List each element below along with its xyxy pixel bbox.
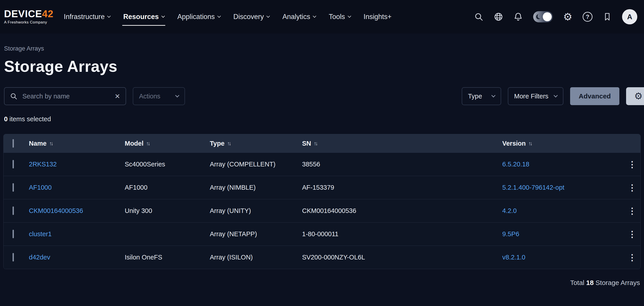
selection-label: items selected <box>10 115 51 123</box>
version-link[interactable]: 9.5P6 <box>502 230 519 238</box>
model-cell: Isilon OneFS <box>125 254 210 261</box>
selection-status: 0 items selected <box>4 115 640 123</box>
column-header-name[interactable]: Name↑↓ <box>29 140 125 147</box>
search-icon[interactable] <box>474 12 484 21</box>
search-box: ✕ <box>4 87 126 105</box>
table-row: AF1000 AF1000 Array (NIMBLE) AF-153379 5… <box>4 176 640 199</box>
help-glyph: ? <box>583 12 592 22</box>
table-settings-button[interactable]: ⚙ <box>626 87 644 105</box>
version-link[interactable]: v8.2.1.0 <box>502 254 525 261</box>
type-cell: Array (UNITY) <box>210 207 302 215</box>
row-actions-menu-icon[interactable]: ⋮ <box>628 159 636 169</box>
nav-item-resources[interactable]: Resources <box>123 10 164 23</box>
type-filter-label: Type <box>468 93 482 100</box>
nav-item-discovery[interactable]: Discovery <box>233 10 270 23</box>
checkbox-cell <box>4 254 29 261</box>
total-count: 18 <box>586 279 594 286</box>
header-checkbox-cell <box>4 140 29 147</box>
breadcrumb: Storage Arrays <box>4 45 640 52</box>
nav-right-icons: ⚙ ? A <box>474 9 637 24</box>
total-prefix: Total <box>570 279 584 286</box>
array-name-link[interactable]: d42dev <box>29 254 50 261</box>
nav-item-insights-plus[interactable]: Insights+ <box>364 10 392 23</box>
version-link[interactable]: 5.2.1.400-796142-opt <box>502 184 564 191</box>
sn-cell: 1-80-000011 <box>302 230 502 238</box>
sort-icon[interactable]: ↑↓ <box>227 140 230 147</box>
sort-icon[interactable]: ↑↓ <box>49 140 52 147</box>
total-suffix: Storage Arrays <box>596 279 640 286</box>
chevron-down-icon <box>175 93 179 97</box>
chevron-down-icon <box>218 14 221 18</box>
array-name-link[interactable]: CKM00164000536 <box>29 207 83 214</box>
bookmark-icon[interactable] <box>603 12 612 21</box>
column-label: Version <box>502 140 526 147</box>
version-link[interactable]: 6.5.20.18 <box>502 161 529 168</box>
toggle-knob <box>543 12 552 21</box>
version-link[interactable]: 4.2.0 <box>502 207 517 214</box>
table-row: 2RKS132 Sc4000Series Array (COMPELLENT) … <box>4 153 640 176</box>
row-actions-menu-icon[interactable]: ⋮ <box>628 253 636 262</box>
clear-search-icon[interactable]: ✕ <box>115 92 120 100</box>
chevron-down-icon <box>266 14 270 18</box>
table-row: d42dev Isilon OneFS Array (ISILON) SV200… <box>4 246 640 269</box>
more-filters-dropdown[interactable]: More Filters <box>508 87 564 105</box>
search-input[interactable] <box>22 92 110 100</box>
user-avatar[interactable]: A <box>622 9 637 24</box>
sn-cell: SV200-000NZY-OL6L <box>302 254 502 261</box>
actions-dropdown[interactable]: Actions <box>133 87 185 105</box>
table-row: cluster1 Array (NETAPP) 1-80-000011 9.5P… <box>4 222 640 246</box>
main-nav: Infrastructure Resources Applications Di… <box>64 10 392 23</box>
chevron-down-icon <box>313 14 316 18</box>
column-header-version[interactable]: Version↑↓ <box>502 140 624 147</box>
sn-cell: 38556 <box>302 161 502 168</box>
array-name-link[interactable]: 2RKS132 <box>29 161 57 168</box>
chevron-down-icon <box>107 14 111 18</box>
row-checkbox[interactable] <box>12 207 14 215</box>
nav-item-applications[interactable]: Applications <box>177 10 220 23</box>
row-actions-menu-icon[interactable]: ⋮ <box>628 183 636 193</box>
sort-icon[interactable]: ↑↓ <box>528 140 532 147</box>
toolbar: ✕ Actions Type More Filters Advanced ⚙ <box>4 87 640 105</box>
theme-toggle[interactable] <box>533 11 553 22</box>
model-cell: Sc4000Series <box>125 161 210 168</box>
nav-item-tools[interactable]: Tools <box>329 10 350 23</box>
advanced-button[interactable]: Advanced <box>570 87 619 105</box>
array-name-link[interactable]: AF1000 <box>29 184 52 191</box>
table-header-row: Name↑↓ Model↑↓ Type↑↓ SN↑↓ Version↑↓ <box>4 134 640 153</box>
select-all-checkbox[interactable] <box>12 139 14 148</box>
nav-label: Analytics <box>282 13 310 21</box>
nav-label: Applications <box>177 13 215 21</box>
row-actions-menu-icon[interactable]: ⋮ <box>628 229 636 239</box>
type-cell: Array (ISILON) <box>210 254 302 261</box>
row-checkbox[interactable] <box>12 230 14 238</box>
settings-gear-icon[interactable]: ⚙ <box>563 12 572 22</box>
array-name-link[interactable]: cluster1 <box>29 230 52 238</box>
nav-label: Infrastructure <box>64 13 105 21</box>
row-checkbox[interactable] <box>12 160 14 168</box>
column-header-sn[interactable]: SN↑↓ <box>302 140 502 147</box>
sn-cell: CKM00164000536 <box>302 207 502 215</box>
notifications-bell-icon[interactable] <box>514 12 523 21</box>
nav-label: Tools <box>329 13 345 21</box>
sort-icon[interactable]: ↑↓ <box>314 140 317 147</box>
column-header-model[interactable]: Model↑↓ <box>125 140 210 147</box>
row-checkbox[interactable] <box>12 253 14 262</box>
nav-label: Resources <box>123 13 159 21</box>
sn-cell: AF-153379 <box>302 184 502 191</box>
row-actions-menu-icon[interactable]: ⋮ <box>628 206 636 216</box>
globe-icon[interactable] <box>494 12 503 21</box>
row-checkbox[interactable] <box>12 183 14 192</box>
gear-icon: ⚙ <box>634 91 643 101</box>
sort-icon[interactable]: ↑↓ <box>146 140 149 147</box>
device42-logo[interactable]: DEVICE42 A Freshworks Company <box>4 9 54 25</box>
table-row: CKM00164000536 Unity 300 Array (UNITY) C… <box>4 199 640 222</box>
type-filter-dropdown[interactable]: Type <box>462 87 501 105</box>
nav-item-analytics[interactable]: Analytics <box>282 10 316 23</box>
page-title: Storage Arrays <box>4 58 640 75</box>
column-header-type[interactable]: Type↑↓ <box>210 140 302 147</box>
nav-item-infrastructure[interactable]: Infrastructure <box>64 10 110 23</box>
help-icon[interactable]: ? <box>583 12 592 22</box>
storage-arrays-table: Name↑↓ Model↑↓ Type↑↓ SN↑↓ Version↑↓ 2RK… <box>3 134 641 269</box>
column-label: Type <box>210 140 224 147</box>
nav-label: Insights+ <box>364 13 392 21</box>
